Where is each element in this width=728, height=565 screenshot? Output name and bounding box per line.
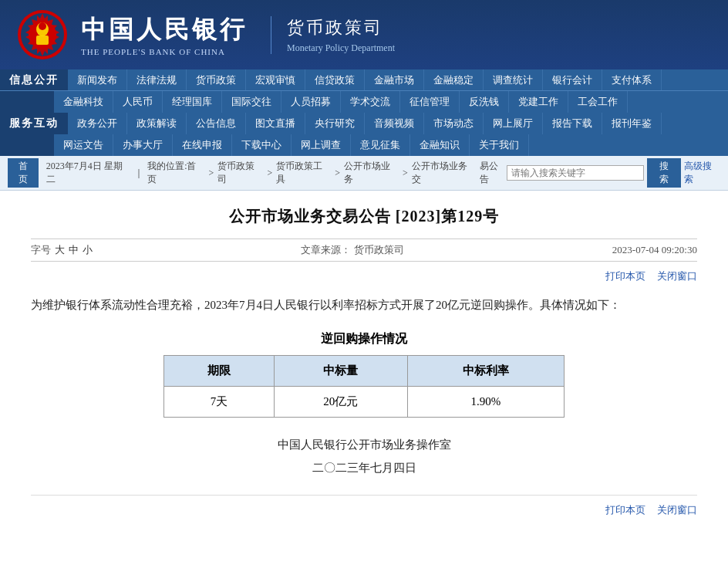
nav-label-blank2 [0, 91, 54, 113]
nav-item-union[interactable]: 工会工作 [568, 91, 628, 113]
bc-sep-1: > [208, 167, 214, 179]
col-header-term: 期限 [164, 356, 275, 387]
nav-item-online-filing[interactable]: 在线申报 [173, 134, 232, 156]
nav-item-fintech[interactable]: 金融科技 [54, 91, 113, 113]
nav-item-payment[interactable]: 支付体系 [602, 69, 662, 90]
nav-item-treasury[interactable]: 经理国库 [163, 91, 222, 113]
nav-item-news[interactable]: 新闻发布 [68, 69, 127, 90]
nav-item-circular[interactable]: 网运文告 [54, 134, 113, 156]
nav-item-academic[interactable]: 学术交流 [341, 91, 400, 113]
date-display: 2023年7月4日 星期二 [46, 160, 130, 186]
search-input[interactable] [507, 165, 644, 181]
nav-item-aml[interactable]: 反洗钱 [460, 91, 509, 113]
font-label: 字号 [31, 243, 51, 257]
bottom-actions: 打印本页 关闭窗口 [31, 495, 697, 517]
svg-rect-4 [36, 36, 49, 45]
font-small[interactable]: 小 [83, 243, 93, 257]
article-date: 2023-07-04 09:20:30 [612, 244, 697, 256]
nav-items-row1: 新闻发布 法律法规 货币政策 宏观审慎 信贷政策 金融市场 金融稳定 调查统计 … [68, 69, 728, 90]
content-area: 公开市场业务交易公告 [2023]第129号 字号 大 中 小 文章来源： 货币… [0, 191, 728, 525]
article-body: 为维护银行体系流动性合理充裕，2023年7月4日人民银行以利率招标方式开展了20… [31, 295, 697, 316]
footer-org: 中国人民银行公开市场业务操作室 [31, 433, 697, 456]
bc-open-market[interactable]: 公开市场业务 [344, 160, 399, 186]
nav-item-feedback[interactable]: 意见征集 [351, 134, 410, 156]
nav-item-yearbook[interactable]: 报刊年鉴 [602, 113, 662, 134]
nav-item-download[interactable]: 下载中心 [232, 134, 292, 156]
repo-operation-table: 期限 中标量 中标利率 7天 20亿元 1.90% [163, 355, 565, 418]
nav-item-online-hall[interactable]: 网上展厅 [484, 113, 543, 134]
source-label: 文章来源： [301, 244, 351, 255]
nav-item-notices[interactable]: 公告信息 [187, 113, 246, 134]
nav-item-office[interactable]: 办事大厅 [113, 134, 173, 156]
dept-cn: 货币政策司 [287, 16, 395, 39]
nav-item-banking[interactable]: 银行会计 [543, 69, 602, 90]
nav-items-row2: 金融科技 人民币 经理国库 国际交往 人员招募 学术交流 征信管理 反洗钱 党建… [54, 91, 728, 113]
table-header-row: 期限 中标量 中标利率 [164, 356, 565, 387]
nav-item-survey2[interactable]: 网上调查 [292, 134, 351, 156]
table-row: 7天 20亿元 1.90% [164, 387, 565, 418]
font-large[interactable]: 大 [55, 243, 65, 257]
department-name: 货币政策司 Monetary Policy Department [271, 16, 395, 54]
nav-item-law[interactable]: 法律法规 [127, 69, 187, 90]
top-actions: 打印本页 关闭窗口 [31, 269, 697, 283]
nav-item-fin-knowledge[interactable]: 金融知识 [410, 134, 470, 156]
svg-point-5 [39, 22, 46, 30]
main-navigation: 信息公开 新闻发布 法律法规 货币政策 宏观审慎 信贷政策 金融市场 金融稳定 … [0, 69, 728, 156]
nav-item-market[interactable]: 市场动态 [424, 113, 484, 134]
nav-item-rmb[interactable]: 人民币 [113, 91, 163, 113]
nav-item-research[interactable]: 央行研究 [305, 113, 365, 134]
bank-name: 中国人民银行 THE PEOPLE'S BANK OF CHINA [81, 13, 248, 56]
nav-item-credit-mgmt[interactable]: 征信管理 [400, 91, 460, 113]
nav-label-service: 服务互动 [0, 113, 68, 134]
footer-date: 二〇二三年七月四日 [31, 456, 697, 479]
nav-item-macro[interactable]: 宏观审慎 [246, 69, 305, 90]
nav-item-monetary[interactable]: 货币政策 [187, 69, 246, 90]
bc-current: 公开市场业务交 [412, 160, 476, 186]
nav-item-reports[interactable]: 报告下载 [543, 113, 602, 134]
nav-item-policy-interp[interactable]: 政策解读 [127, 113, 187, 134]
nav-item-finmarket[interactable]: 金融市场 [365, 69, 424, 90]
source-value: 货币政策司 [354, 244, 404, 255]
nav-row-3: 服务互动 政务公开 政策解读 公告信息 图文直播 央行研究 音频视频 市场动态 … [0, 113, 728, 134]
nav-items-row4: 网运文告 办事大厅 在线申报 下载中心 网上调查 意见征集 金融知识 关于我们 [54, 134, 728, 156]
bank-name-cn: 中国人民银行 [81, 13, 248, 47]
table-title: 逆回购操作情况 [31, 331, 697, 347]
nav-label-info: 信息公开 [0, 69, 68, 90]
nav-item-finstab[interactable]: 金融稳定 [424, 69, 484, 90]
font-medium[interactable]: 中 [69, 243, 79, 257]
nav-items-row3: 政务公开 政策解读 公告信息 图文直播 央行研究 音频视频 市场动态 网上展厅 … [68, 113, 728, 134]
cell-volume: 20亿元 [274, 387, 407, 418]
close-link-bottom[interactable]: 关闭窗口 [657, 503, 697, 517]
nav-item-party[interactable]: 党建工作 [509, 91, 568, 113]
bc-sep-4: > [403, 167, 408, 179]
bc-notice-link[interactable]: 易公告 [480, 160, 507, 186]
nav-item-audio[interactable]: 音频视频 [365, 113, 424, 134]
print-link-top[interactable]: 打印本页 [605, 269, 645, 283]
bc-monetary-tools[interactable]: 货币政策工具 [276, 160, 331, 186]
nav-item-about[interactable]: 关于我们 [470, 134, 529, 156]
nav-item-survey[interactable]: 调查统计 [484, 69, 543, 90]
nav-item-recruit[interactable]: 人员招募 [281, 91, 341, 113]
advanced-search-link[interactable]: 高级搜索 [684, 160, 720, 186]
bc-monetary-dept[interactable]: 货币政策司 [217, 160, 263, 186]
bank-emblem [15, 8, 69, 62]
close-link-top[interactable]: 关闭窗口 [657, 269, 697, 283]
home-button[interactable]: 首页 [8, 158, 39, 188]
nav-item-livebcast[interactable]: 图文直播 [246, 113, 305, 134]
nav-item-credit[interactable]: 信贷政策 [305, 69, 365, 90]
cell-term: 7天 [164, 387, 275, 418]
nav-item-intl[interactable]: 国际交往 [222, 91, 281, 113]
logo-area: 中国人民银行 THE PEOPLE'S BANK OF CHINA [15, 8, 248, 62]
search-button[interactable]: 搜索 [647, 158, 681, 188]
col-header-rate: 中标利率 [407, 356, 564, 387]
nav-row-4: 网运文告 办事大厅 在线申报 下载中心 网上调查 意见征集 金融知识 关于我们 [0, 134, 728, 156]
col-header-volume: 中标量 [274, 356, 407, 387]
article-source: 文章来源： 货币政策司 [301, 243, 403, 257]
print-link-bottom[interactable]: 打印本页 [605, 503, 645, 517]
top-utility-bar: 首页 2023年7月4日 星期二 ｜ 我的位置:首页 > 货币政策司 > 货币政… [0, 156, 728, 191]
article-title: 公开市场业务交易公告 [2023]第129号 [31, 206, 697, 227]
dept-en: Monetary Policy Department [287, 42, 395, 54]
bank-name-en: THE PEOPLE'S BANK OF CHINA [81, 47, 248, 56]
article-paragraph: 为维护银行体系流动性合理充裕，2023年7月4日人民银行以利率招标方式开展了20… [31, 295, 697, 316]
nav-item-gov[interactable]: 政务公开 [68, 113, 127, 134]
